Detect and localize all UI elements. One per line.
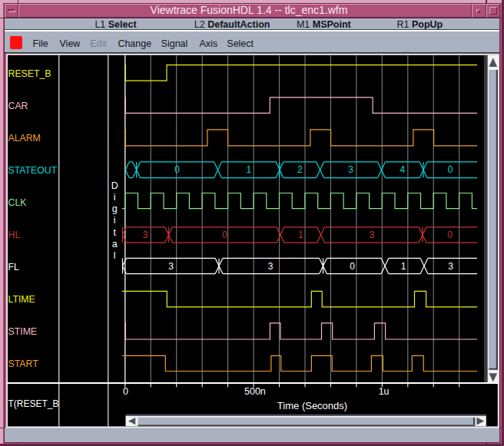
svg-text:STIME: STIME: [8, 326, 38, 337]
svg-text:1: 1: [298, 230, 303, 240]
svg-text:0: 0: [448, 164, 453, 175]
svg-text:FL: FL: [8, 262, 20, 273]
svg-text:STATEOUT: STATEOUT: [8, 165, 58, 176]
svg-text:500n: 500n: [244, 386, 266, 397]
svg-text:2: 2: [297, 164, 303, 175]
svg-text:3: 3: [268, 261, 274, 272]
svg-text:g: g: [112, 203, 118, 214]
svg-text:t: t: [113, 227, 116, 238]
svg-text:Time (Seconds): Time (Seconds): [277, 400, 347, 411]
svg-text:HL: HL: [8, 230, 21, 240]
svg-text:3: 3: [448, 261, 453, 272]
svg-text:CAR: CAR: [8, 101, 28, 111]
svg-text:1: 1: [401, 261, 406, 272]
svg-text:a: a: [112, 239, 118, 249]
svg-text:1u: 1u: [379, 386, 390, 397]
svg-text:0: 0: [123, 386, 128, 397]
svg-text:4: 4: [400, 164, 405, 175]
svg-text:START: START: [8, 358, 39, 369]
svg-text:0: 0: [174, 164, 180, 175]
svg-text:i: i: [114, 192, 116, 203]
svg-text:i: i: [114, 215, 116, 226]
svg-text:ALARM: ALARM: [8, 133, 41, 144]
svg-text:0: 0: [222, 230, 227, 240]
svg-text:T(RESET_B): T(RESET_B): [8, 398, 62, 409]
svg-text:3: 3: [348, 164, 353, 175]
svg-text:LTIME: LTIME: [8, 294, 35, 305]
svg-text:3: 3: [369, 230, 374, 240]
svg-text:3: 3: [168, 261, 174, 272]
svg-text:l: l: [114, 250, 116, 261]
svg-text:0: 0: [447, 230, 453, 240]
svg-text:RESET_B: RESET_B: [8, 68, 51, 79]
svg-text:1: 1: [246, 164, 251, 175]
svg-text:3: 3: [143, 230, 148, 240]
svg-text:D: D: [111, 180, 118, 191]
svg-text:0: 0: [350, 261, 355, 272]
svg-text:CLK: CLK: [8, 197, 28, 208]
